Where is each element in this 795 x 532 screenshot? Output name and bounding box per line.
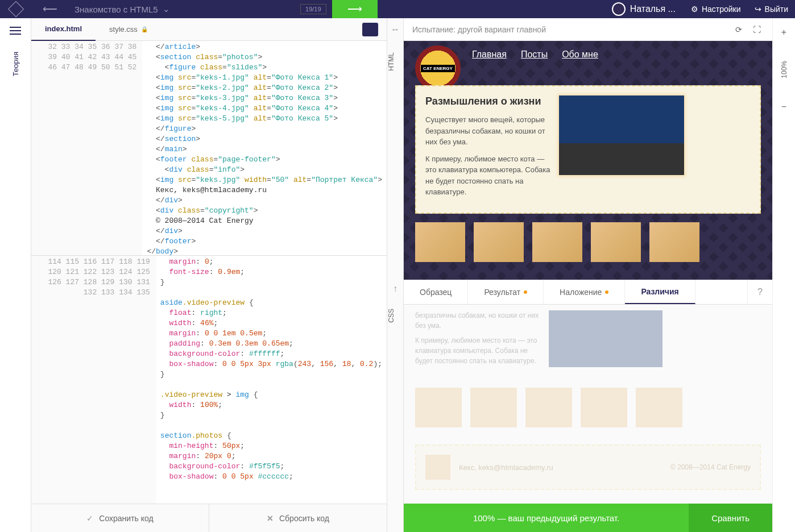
right-rail: + 100% − [772,18,795,532]
photos-row [404,222,772,262]
nav-link-posts[interactable]: Посты [521,49,548,60]
line-gutter: 32 33 34 35 36 37 38 39 40 41 42 43 44 4… [31,41,142,255]
tab-style-css[interactable]: style.css 🔒 [96,18,162,41]
zoom-level: 100% [780,61,788,78]
html-editor[interactable]: 32 33 34 35 36 37 38 39 40 41 42 43 44 4… [31,41,387,256]
diff-article: безразличны собакам, но кошки от них без… [415,310,761,371]
diff-view: безразличны собакам, но кошки от них без… [404,305,772,504]
article-text: Размышления о жизни Существует много вещ… [425,95,550,203]
css-label: CSS [387,297,403,334]
diff-avatar [425,455,450,480]
editor-panel: index.html style.css 🔒 32 33 34 35 36 37… [31,18,387,532]
photo-thumb [581,388,627,427]
photo-thumb [415,222,465,262]
editor-footer: Сохранить код Сбросить код [31,504,387,532]
site-nav: CAT ENERGY Главная Посты Обо мне [404,41,772,68]
code-content[interactable]: margin: 0; font-size: 0.9em; } aside.vid… [156,256,387,504]
result-text: 100% — ваш предыдущий результат. [404,513,689,523]
menu-icon[interactable] [10,27,21,35]
preview-panel: Испытание: другой вариант главной ⟳ ⛶ CA… [404,18,772,532]
user-name: Наталья ... [630,4,676,14]
tab-index-html[interactable]: index.html [31,18,96,41]
photo-thumb [532,222,582,262]
user-menu[interactable]: Наталья ... [603,2,684,16]
photo-thumb [415,388,462,427]
check-icon [86,514,93,523]
indicator-dot [605,290,608,294]
header-right: Наталья ... ⚙ Настройки ↪ Выйти [603,0,795,18]
course-title-text: Знакомство с HTML5 [74,5,158,14]
tab-result[interactable]: Результат [468,280,544,304]
tab-sample[interactable]: Образец [404,280,468,304]
photo-thumb [591,222,641,262]
photo-thumb [470,388,517,427]
layout-toggle-button[interactable] [362,23,378,36]
left-rail: Теория [0,18,31,532]
file-tabs: index.html style.css 🔒 [31,18,387,41]
video-thumbnail [559,95,684,175]
tab-diff[interactable]: Различия [625,280,695,304]
top-header: ⟵ Знакомство с HTML5 ⌄ 19/19 ⟶ Наталья .… [0,0,795,18]
zoom-in-button[interactable]: + [779,27,790,38]
article-title: Размышления о жизни [425,95,550,107]
photo-thumb [474,222,524,262]
expand-icon[interactable]: ⛶ [750,23,764,36]
preview-body: CAT ENERGY Главная Посты Обо мне Размышл… [404,41,772,280]
article-p1: Существует много вещей, которые безразли… [425,114,550,148]
reset-button[interactable]: Сбросить код [209,504,387,532]
nav-link-main[interactable]: Главная [472,49,507,60]
refresh-icon[interactable]: ⟳ [732,23,746,36]
chevron-down-icon: ⌄ [163,4,170,14]
site-logo[interactable] [0,0,31,18]
indicator-dot [524,290,527,294]
lock-icon: 🔒 [141,26,148,32]
tab-overlay[interactable]: Наложение [544,280,625,304]
avatar [612,2,626,16]
mid-rail: ↔ HTML ↑ CSS [387,18,404,532]
course-title-dropdown[interactable]: Знакомство с HTML5 ⌄ [69,4,300,14]
zoom-out-button[interactable]: − [779,101,790,113]
save-button[interactable]: Сохранить код [31,504,209,532]
progress-indicator: 19/19 [300,4,326,14]
article-block: Размышления о жизни Существует много вещ… [415,85,761,214]
logout-icon: ↪ [755,5,761,14]
theory-tab[interactable]: Теория [11,52,20,76]
article-p2: К примеру, любимое место кота — это клав… [425,153,550,198]
compare-tabs: Образец Результат Наложение Различия ? [404,280,772,305]
logo-icon [7,1,23,17]
main-container: Теория index.html style.css 🔒 32 33 34 3… [0,18,795,532]
help-button[interactable]: ? [747,280,772,304]
arrow-right-icon: ⟶ [347,3,362,15]
logout-link[interactable]: ↪ Выйти [748,5,795,14]
diff-video-thumb [549,310,663,367]
photo-thumb [636,388,682,427]
compare-footer: 100% — ваш предыдущий результат. Сравнит… [404,504,772,532]
cat-energy-logo: CAT ENERGY [415,45,461,91]
settings-link[interactable]: ⚙ Настройки [684,5,748,14]
drag-handle[interactable]: ↔ [387,18,403,41]
html-label: HTML [387,41,403,82]
scroll-up-icon[interactable]: ↑ [387,280,403,297]
x-icon [267,514,274,523]
nav-link-about[interactable]: Обо мне [562,49,598,60]
code-area: 32 33 34 35 36 37 38 39 40 41 42 43 44 4… [31,41,387,504]
photo-thumb [649,222,699,262]
compare-button[interactable]: Сравнить [689,504,772,532]
back-button[interactable]: ⟵ [31,3,69,15]
diff-photos [415,388,761,427]
preview-header: Испытание: другой вариант главной ⟳ ⛶ [404,18,772,41]
gear-icon: ⚙ [691,5,698,14]
css-editor[interactable]: 114 115 116 117 118 119 120 121 122 123 … [31,256,387,504]
diff-footer: Кекс, keks@htmlacademy.ru © 2008—2014 Ca… [415,444,761,490]
code-content[interactable]: </article> <section class="photos"> <fig… [142,41,387,255]
line-gutter: 114 115 116 117 118 119 120 121 122 123 … [31,256,156,504]
photo-thumb [525,388,572,427]
preview-title: Испытание: другой вариант главной [412,25,546,34]
next-button[interactable]: ⟶ [332,0,378,18]
